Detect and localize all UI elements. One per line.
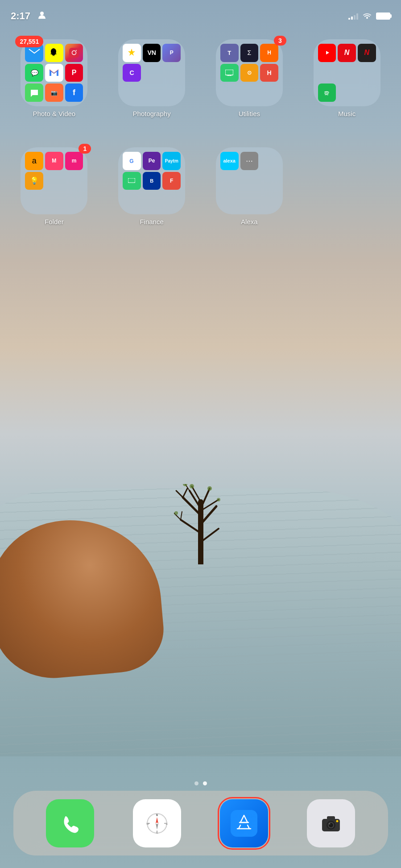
folder-misc-label: Folder — [45, 218, 64, 225]
svg-line-8 — [183, 488, 187, 497]
mini-alexa: alexa — [220, 152, 239, 170]
folder-photo-video-label: Photo & Video — [33, 110, 76, 117]
mini-mystery: 📷 — [45, 83, 63, 102]
mini-paytm: Paytm — [162, 152, 181, 170]
mini-nlogo: N — [358, 44, 376, 62]
mini-amazon: a — [25, 152, 43, 170]
mini-insta — [65, 44, 83, 62]
mini-blank2 — [162, 64, 181, 82]
svg-line-12 — [181, 512, 182, 520]
folder-music-label: Music — [338, 110, 356, 117]
mini-freecharge: F — [162, 172, 181, 190]
mini-blank5 — [162, 83, 181, 102]
landscape — [0, 399, 401, 801]
person-icon — [37, 11, 46, 22]
folder-finance-label: Finance — [140, 218, 163, 225]
mini-blank4 — [143, 83, 161, 102]
svg-point-61 — [336, 820, 339, 822]
folder-utilities[interactable]: 3 T Σ H ⊙ H Utilities — [201, 39, 298, 117]
svg-point-16 — [190, 484, 194, 488]
svg-text:💬: 💬 — [30, 69, 38, 77]
svg-text:E: E — [166, 822, 168, 825]
mini-snap — [45, 44, 63, 62]
folder-photography-label: Photography — [133, 110, 171, 117]
svg-line-9 — [181, 520, 201, 533]
mini-pinterest: P — [65, 64, 83, 82]
mini-meesho: m — [65, 152, 83, 170]
mini-hdot: H — [260, 64, 278, 82]
signal-bar-2 — [351, 17, 353, 20]
page-dot-2 — [203, 781, 207, 785]
mini-whatsapp: 💬 — [25, 64, 43, 82]
mini-youtube — [318, 44, 336, 62]
svg-rect-51 — [231, 810, 257, 837]
svg-point-18 — [217, 498, 220, 501]
page-dot-1 — [194, 781, 198, 785]
svg-rect-60 — [327, 816, 335, 820]
svg-text:N: N — [156, 814, 158, 816]
svg-rect-36 — [128, 178, 135, 183]
empty-slot — [298, 147, 396, 225]
badge-utilities: 3 — [274, 36, 286, 46]
svg-line-6 — [192, 486, 201, 502]
badge-folder: 1 — [79, 144, 91, 154]
signal-bar-1 — [348, 18, 350, 20]
mini-gpay: G — [123, 152, 141, 170]
mini-blank3 — [123, 83, 141, 102]
folder-utilities-label: Utilities — [239, 110, 260, 117]
mini-picart: P — [162, 44, 181, 62]
page-dots — [194, 781, 207, 785]
tree — [174, 484, 227, 564]
mini-bulb: 💡 — [25, 172, 43, 190]
status-bar: 2:17 — [0, 0, 401, 27]
svg-rect-21 — [69, 48, 79, 58]
mini-gmail — [45, 64, 63, 82]
svg-point-19 — [40, 12, 44, 15]
badge-photo-video: 27,551 — [15, 36, 43, 47]
svg-point-39 — [147, 814, 167, 833]
signal-bar-4 — [356, 13, 358, 20]
mini-blank1 — [143, 64, 161, 82]
mini-sigma: Σ — [240, 44, 259, 62]
mini-vn: VN — [143, 44, 161, 62]
svg-text:G: G — [130, 158, 134, 164]
svg-point-59 — [329, 823, 331, 824]
mini-messages — [25, 83, 43, 102]
svg-rect-28 — [225, 70, 233, 75]
mini-screen — [220, 64, 239, 82]
folder-finance[interactable]: G Pe Paytm B F Finance — [103, 147, 201, 225]
folder-photography[interactable]: VN P C Photography — [103, 39, 201, 117]
folder-alexa[interactable]: alexa ⋯ Alexa — [201, 147, 298, 225]
mini-halo: ⊙ — [240, 64, 259, 82]
svg-point-17 — [207, 486, 212, 491]
mini-photos — [123, 44, 141, 62]
mini-spotify — [318, 83, 336, 102]
status-time: 2:17 — [11, 10, 30, 22]
mini-bajaj: B — [143, 172, 161, 190]
dock-phone[interactable] — [46, 799, 94, 847]
signal-bar-3 — [354, 15, 356, 20]
mini-myntra: M — [45, 152, 63, 170]
svg-text:W: W — [146, 822, 149, 825]
svg-line-7 — [176, 491, 183, 497]
status-indicators — [348, 12, 390, 21]
mini-dots: ⋯ — [240, 152, 259, 170]
dock: N S W E — [13, 791, 388, 855]
svg-point-14 — [174, 511, 178, 515]
folder-photo-video[interactable]: 27,551 💬 P 📷 — [5, 39, 103, 117]
battery-icon — [376, 13, 390, 20]
mini-netflix: N — [338, 44, 356, 62]
svg-rect-37 — [57, 810, 83, 837]
mini-screenr2 — [123, 172, 141, 190]
svg-text:S: S — [156, 831, 158, 834]
dock-safari[interactable]: N S W E — [133, 799, 181, 847]
mini-teams: T — [220, 44, 239, 62]
mini-hue: H — [260, 44, 278, 62]
dock-camera[interactable] — [307, 799, 355, 847]
folder-music[interactable]: N N Music — [298, 39, 396, 117]
mini-canva: C — [123, 64, 141, 82]
folder-misc[interactable]: 1 a M m 💡 Folder — [5, 147, 103, 225]
dock-appstore[interactable] — [220, 799, 268, 847]
mini-fb: f — [65, 83, 83, 102]
svg-point-23 — [76, 50, 77, 51]
